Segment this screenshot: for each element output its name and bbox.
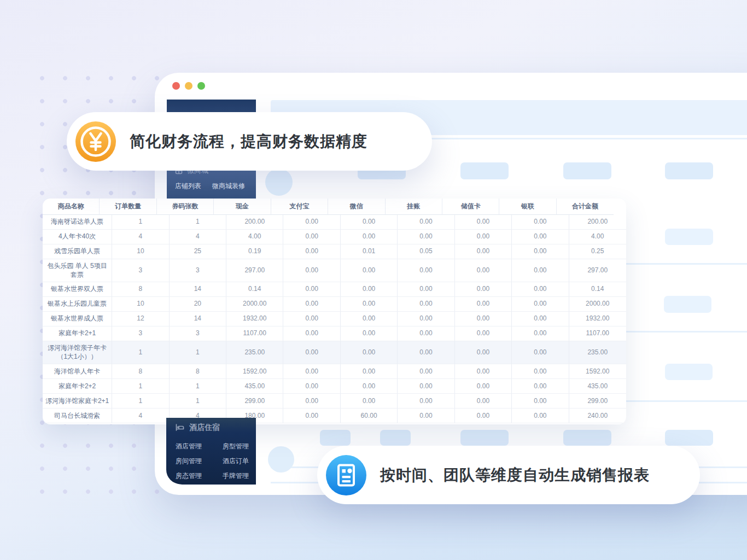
- finance-callout: 简化财务流程，提高财务数据精度: [67, 112, 432, 171]
- cell-stored-value-card: 0.00: [455, 230, 512, 244]
- table-row: 海南呀诺达单人票 1 1 200.00 0.00 0.00 0.00 0.00 …: [43, 215, 626, 230]
- cell-total-amount: 0.25: [569, 244, 626, 259]
- skeleton-chip: [664, 296, 711, 313]
- cell-alipay: 0.00: [283, 244, 340, 259]
- cell-order-count: 12: [112, 312, 169, 326]
- table-column-header: 商品名称: [43, 199, 100, 215]
- table-row: 海洋馆单人年卡 8 8 1592.00 0.00 0.00 0.00 0.00 …: [43, 364, 626, 379]
- table-row: 银基水上乐园儿童票 10 20 2000.00 0.00 0.00 0.00 0…: [43, 297, 626, 312]
- cell-cash: 0.14: [226, 282, 283, 297]
- cell-stored-value-card: 0.00: [455, 282, 512, 297]
- sales-report-table: 商品名称订单数量券码张数现金支付宝微信挂账储值卡银联合计金额 海南呀诺达单人票 …: [43, 199, 626, 424]
- cell-on-account: 0.00: [398, 409, 454, 423]
- skeleton-button: [665, 430, 713, 446]
- table-body: 海南呀诺达单人票 1 1 200.00 0.00 0.00 0.00 0.00 …: [43, 215, 626, 423]
- cell-alipay: 0.00: [283, 394, 340, 409]
- cell-total-amount: 435.00: [569, 379, 626, 394]
- cell-voucher-count: 14: [170, 282, 226, 297]
- table-row: 戏雪乐园单人票 10 25 0.19 0.00 0.01 0.05 0.00 0…: [43, 244, 626, 259]
- cell-unionpay: 0.00: [512, 341, 569, 364]
- sidebar-menu-item[interactable]: 微商城装修: [212, 182, 245, 191]
- decorative-circle: [268, 446, 294, 472]
- maximize-window-button[interactable]: [197, 82, 205, 90]
- table-column-header: 合计金额: [557, 199, 614, 215]
- cell-unionpay: 0.00: [512, 379, 569, 394]
- skeleton-button: [563, 430, 611, 446]
- cell-alipay: 0.00: [283, 312, 340, 326]
- sidebar-menu-item[interactable]: 酒店订单: [223, 454, 256, 469]
- cell-product-name: 海洋馆单人年卡: [43, 364, 112, 379]
- sidebar-section-hotel: 酒店住宿 酒店管理房型管理房间管理酒店订单房态管理手牌管理营业汇总挂账查询: [166, 418, 256, 484]
- cell-on-account: 0.00: [398, 379, 454, 394]
- cell-stored-value-card: 0.00: [455, 312, 512, 326]
- minimize-window-button[interactable]: [185, 82, 192, 90]
- cell-cash: 2000.00: [226, 297, 283, 312]
- cell-stored-value-card: 0.00: [455, 341, 512, 364]
- table-row: 银基水世界成人票 12 14 1932.00 0.00 0.00 0.00 0.…: [43, 312, 626, 326]
- cell-wechat: 0.00: [341, 297, 398, 312]
- table-row: 家庭年卡2+1 3 3 1107.00 0.00 0.00 0.00 0.00 …: [43, 326, 626, 341]
- cell-product-name: 司马台长城滑索: [43, 409, 112, 423]
- cell-total-amount: 1592.00: [569, 364, 626, 379]
- cell-voucher-count: 1: [170, 341, 226, 364]
- cell-order-count: 3: [112, 259, 169, 282]
- cell-alipay: 0.00: [283, 297, 340, 312]
- cell-product-name: 海南呀诺达单人票: [43, 215, 112, 230]
- cell-wechat: 0.00: [341, 230, 398, 244]
- cell-stored-value-card: 0.00: [455, 379, 512, 394]
- cell-unionpay: 0.00: [512, 297, 569, 312]
- cell-alipay: 0.00: [283, 341, 340, 364]
- sidebar-menu-item[interactable]: 挂账查询: [223, 483, 256, 484]
- cell-alipay: 0.00: [283, 326, 340, 341]
- cell-wechat: 0.01: [341, 244, 398, 259]
- cell-unionpay: 0.00: [512, 215, 569, 230]
- sidebar-menu-item[interactable]: 房态管理: [176, 469, 214, 483]
- cell-on-account: 0.00: [398, 364, 454, 379]
- cell-stored-value-card: 0.00: [455, 326, 512, 341]
- skeleton-button: [665, 162, 713, 179]
- cell-voucher-count: 8: [170, 364, 226, 379]
- cell-cash: 200.00: [226, 215, 283, 230]
- table-column-header: 订单数量: [100, 199, 156, 215]
- sidebar-menu-item[interactable]: 营业汇总: [176, 483, 214, 484]
- sidebar-menu-item[interactable]: 房型管理: [223, 439, 256, 454]
- cell-alipay: 0.00: [283, 230, 340, 244]
- cell-wechat: 60.00: [341, 409, 398, 423]
- marketing-screenshot: { "window": { "traffic_lights": { "close…: [0, 0, 747, 560]
- cell-stored-value-card: 0.00: [455, 409, 512, 423]
- skeleton-button: [320, 430, 351, 446]
- sidebar-menu-item[interactable]: 房间管理: [176, 454, 214, 469]
- sidebar-menu-item[interactable]: 手牌管理: [223, 469, 256, 483]
- cell-voucher-count: 3: [170, 259, 226, 282]
- cell-on-account: 0.00: [398, 312, 454, 326]
- cell-cash: 4.00: [226, 230, 283, 244]
- table-column-header: 银联: [499, 199, 556, 215]
- cell-order-count: 4: [112, 230, 169, 244]
- table-row: 包头乐园 单人 5项目套票 3 3 297.00 0.00 0.00 0.00 …: [43, 259, 626, 282]
- sidebar-menu-item[interactable]: 店铺列表: [175, 182, 201, 191]
- finance-callout-text: 简化财务流程，提高财务数据精度: [130, 131, 367, 152]
- table-row: 漯河海洋馆亲子年卡（1大1小）） 1 1 235.00 0.00 0.00 0.…: [43, 341, 626, 364]
- close-window-button[interactable]: [172, 82, 180, 90]
- sidebar-menu-item[interactable]: 酒店管理: [176, 439, 214, 454]
- cell-wechat: 0.00: [341, 312, 398, 326]
- hotel-bed-icon: [176, 424, 184, 431]
- cell-unionpay: 0.00: [512, 326, 569, 341]
- table-row: 4人年卡40次 4 4 4.00 0.00 0.00 0.00 0.00 0.0…: [43, 230, 626, 244]
- cell-unionpay: 0.00: [512, 282, 569, 297]
- cell-stored-value-card: 0.00: [455, 259, 512, 282]
- cell-product-name: 包头乐园 单人 5项目套票: [43, 259, 112, 282]
- cell-alipay: 0.00: [283, 215, 340, 230]
- cell-wechat: 0.00: [341, 379, 398, 394]
- cell-order-count: 3: [112, 326, 169, 341]
- cell-on-account: 0.05: [398, 244, 454, 259]
- decorative-circle: [265, 168, 293, 196]
- table-row: 银基水世界双人票 8 14 0.14 0.00 0.00 0.00 0.00 0…: [43, 282, 626, 297]
- cell-voucher-count: 3: [170, 326, 226, 341]
- table-column-header: 券码张数: [157, 199, 214, 215]
- cell-cash: 299.00: [226, 394, 283, 409]
- window-titlebar: [155, 73, 747, 99]
- cell-voucher-count: 1: [170, 379, 226, 394]
- cell-total-amount: 200.00: [569, 215, 626, 230]
- cell-total-amount: 2000.00: [569, 297, 626, 312]
